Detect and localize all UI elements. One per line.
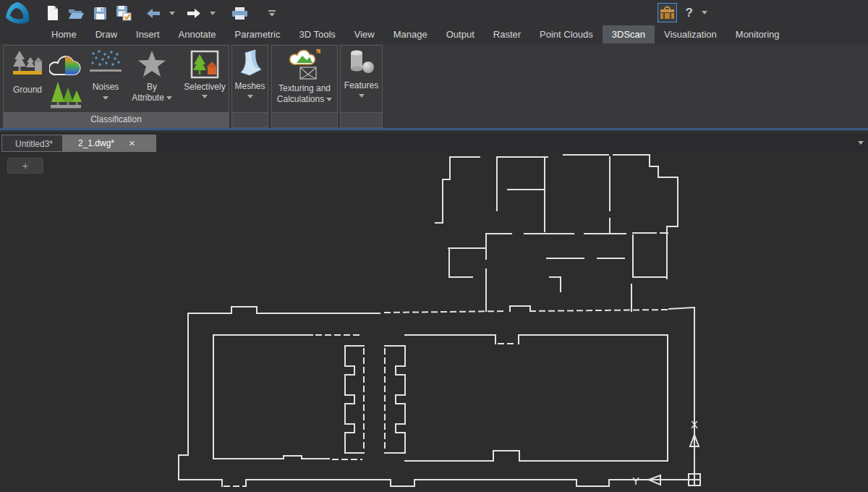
- application-window: ? Home Draw Insert Annotate Parametric 3…: [0, 0, 868, 492]
- selectively-icon: [190, 50, 219, 79]
- toolbox-icon: [660, 6, 675, 20]
- tab-view[interactable]: View: [345, 25, 384, 43]
- dropdown-icon: [202, 95, 208, 98]
- button-label: Selectively: [184, 82, 225, 92]
- panel-texturing: Texturing and Calculations: [271, 45, 338, 128]
- floorplan-drawing: X Y: [0, 153, 868, 492]
- button-label: Calculations: [277, 94, 324, 104]
- dropdown-icon: [326, 98, 332, 101]
- ground-icon: [11, 48, 44, 80]
- features-icon: [346, 48, 377, 76]
- dropdown-icon: [166, 96, 172, 100]
- meshes-button[interactable]: Meshes: [233, 48, 267, 98]
- bar-icon: [268, 10, 276, 12]
- classify-selectively-button[interactable]: Selectively: [180, 50, 229, 98]
- panel-classification: Ground: [3, 45, 229, 128]
- trees-icon: [49, 80, 82, 111]
- panel-features: Features: [340, 45, 383, 128]
- color-cloud-icon: [49, 48, 82, 79]
- panel-footer: [341, 112, 382, 127]
- button-label: Noises: [93, 82, 119, 92]
- doc-tab-label: 2_1.dwg*: [78, 135, 114, 152]
- help-dropdown-icon[interactable]: [702, 11, 707, 14]
- tab-draw[interactable]: Draw: [86, 25, 127, 43]
- texturing-icon: [286, 47, 323, 82]
- tab-home[interactable]: Home: [42, 25, 86, 43]
- app-logo-icon[interactable]: [2, 1, 34, 27]
- tab-visualization[interactable]: Visualization: [655, 25, 726, 43]
- print-button[interactable]: [227, 3, 252, 23]
- button-label: Ground: [13, 85, 42, 95]
- tab-annotate[interactable]: Annotate: [169, 25, 226, 43]
- dropdown-icon: [359, 94, 365, 98]
- tab-3dscan[interactable]: 3DScan: [603, 25, 655, 43]
- printer-icon: [231, 7, 248, 20]
- mesh-surface-icon: [236, 48, 265, 77]
- dropdown-icon: [210, 12, 216, 15]
- tab-point-clouds[interactable]: Point Clouds: [530, 25, 603, 43]
- titlebar-right-controls: ?: [658, 3, 707, 22]
- panel-footer: [272, 112, 337, 127]
- classify-ground-button[interactable]: Ground: [8, 48, 47, 95]
- redo-button[interactable]: [182, 3, 205, 23]
- button-label: Texturing and: [278, 83, 331, 93]
- panel-footer: [232, 112, 268, 127]
- panel-meshes: Meshes: [231, 45, 268, 128]
- undo-button[interactable]: [142, 3, 165, 23]
- dropdown-icon: [247, 95, 253, 98]
- tab-3d-tools[interactable]: 3D Tools: [289, 25, 344, 43]
- save-button[interactable]: [89, 3, 111, 23]
- ucs-x-axis-label: X: [691, 418, 698, 430]
- new-file-button[interactable]: [42, 3, 64, 23]
- panel-caption-classification: Classification: [4, 112, 229, 127]
- dropdown-icon: [169, 12, 175, 15]
- save-icon: [93, 7, 107, 20]
- titlebar: ?: [0, 0, 868, 25]
- undo-arrow-icon: [146, 8, 161, 19]
- tab-parametric[interactable]: Parametric: [226, 25, 290, 43]
- texturing-calculations-button[interactable]: Texturing and Calculations: [273, 47, 336, 103]
- tab-monitoring[interactable]: Monitoring: [726, 25, 789, 43]
- tab-output[interactable]: Output: [437, 25, 484, 43]
- ribbon-tab-row: Home Draw Insert Annotate Parametric 3D …: [0, 25, 868, 43]
- save-as-button[interactable]: [111, 3, 136, 23]
- save-as-icon: [116, 5, 132, 21]
- button-label: Meshes: [234, 81, 265, 91]
- dropdown-icon: [269, 13, 275, 17]
- open-file-button[interactable]: [64, 3, 89, 23]
- help-button[interactable]: ?: [684, 6, 694, 20]
- ribbon-panel-strip: Ground: [0, 43, 868, 130]
- close-tab-icon[interactable]: ×: [126, 135, 138, 151]
- open-folder-icon: [68, 7, 85, 20]
- classify-by-attribute-button[interactable]: By Attribute: [127, 50, 177, 102]
- doc-tab-2_1-dwg[interactable]: 2_1.dwg* ×: [62, 135, 156, 152]
- redo-arrow-icon: [187, 8, 201, 19]
- classify-vegetation-button[interactable]: [48, 80, 83, 111]
- quick-access-toolbar: [42, 3, 281, 23]
- button-label: Attribute: [132, 93, 164, 103]
- drawing-canvas[interactable]: + X Y: [0, 153, 868, 492]
- classify-noises-button[interactable]: Noises: [86, 50, 125, 100]
- tab-manage[interactable]: Manage: [384, 25, 437, 43]
- classify-cloud-button[interactable]: [48, 48, 83, 79]
- button-label: Features: [344, 80, 378, 90]
- ucs-y-axis-label: Y: [632, 475, 639, 487]
- features-button[interactable]: Features: [342, 48, 380, 98]
- tab-list-dropdown-icon[interactable]: [858, 141, 864, 145]
- document-tab-bar: Untitled3* 2_1.dwg* ×: [0, 132, 868, 153]
- tab-insert[interactable]: Insert: [127, 25, 169, 43]
- undo-dropdown[interactable]: [165, 3, 179, 23]
- dropdown-icon: [103, 96, 109, 100]
- new-file-icon: [46, 5, 59, 21]
- noises-icon: [89, 50, 122, 75]
- redo-dropdown[interactable]: [205, 3, 220, 23]
- customize-quick-access-dropdown[interactable]: [263, 10, 281, 17]
- star-icon: [137, 50, 167, 79]
- toolbox-button[interactable]: [658, 3, 677, 22]
- tab-raster[interactable]: Raster: [484, 25, 530, 43]
- button-label: By: [147, 82, 157, 92]
